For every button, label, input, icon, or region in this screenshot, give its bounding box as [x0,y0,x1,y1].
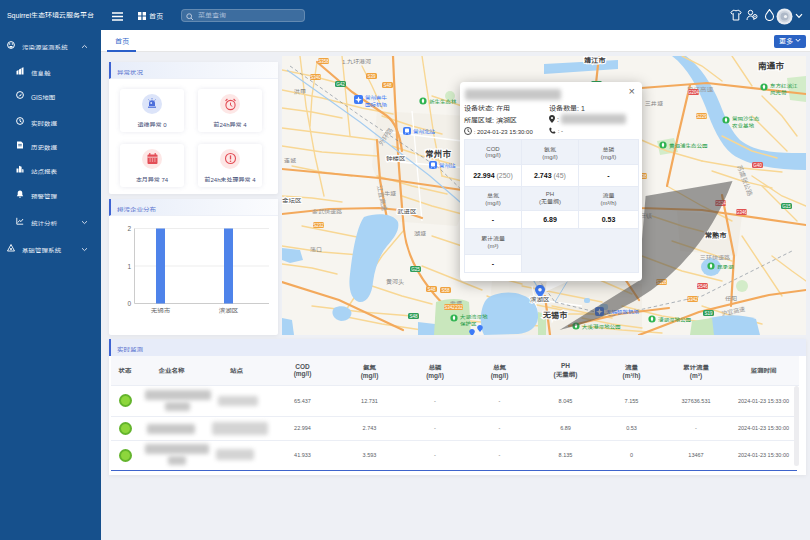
svg-text:常阴沙生态: 常阴沙生态 [732,116,760,122]
svg-text:常州市: 常州市 [425,149,452,159]
svg-text:2: 2 [127,225,131,232]
svg-text:钟楼区: 钟楼区 [386,155,406,162]
svg-text:东方红滨江: 东方红滨江 [770,83,798,89]
svg-text:靖江市: 靖江市 [584,56,606,64]
svg-text:S340: S340 [310,75,321,80]
svg-text:金武快速路: 金武快速路 [311,208,342,215]
svg-text:S39: S39 [367,74,376,79]
svg-text:S48: S48 [383,83,392,88]
svg-text:S342: S342 [687,297,698,302]
svg-text:牛塘: 牛塘 [384,190,396,197]
svg-text:大湖湾湿地: 大湖湾湿地 [460,314,488,320]
svg-text:黄河头: 黄河头 [386,278,404,285]
svg-text:常州奔牛: 常州奔牛 [365,94,388,101]
svg-text:G15: G15 [782,204,791,209]
svg-text:三环快速路: 三环快速路 [700,254,730,261]
svg-text:S58: S58 [441,288,450,293]
svg-text:保护区: 保护区 [460,321,477,327]
svg-text:武进区: 武进区 [397,208,417,215]
svg-text:1.九圩港河: 1.九圩港河 [342,58,371,65]
svg-text:S232: S232 [313,223,324,228]
svg-text:昆承湖: 昆承湖 [717,264,734,270]
svg-text:S48: S48 [409,314,418,319]
svg-text:大溪港湿地公园: 大溪港湿地公园 [582,324,621,330]
svg-text:G42: G42 [336,82,345,87]
svg-text:S19: S19 [704,311,713,316]
svg-text:G346: G346 [736,210,748,215]
svg-text:滨湖区: 滨湖区 [530,296,550,303]
svg-text:S229: S229 [696,114,707,119]
svg-text:湖塘: 湖塘 [414,230,426,237]
svg-text:无锡市: 无锡市 [151,307,171,314]
svg-text:三井塘: 三井塘 [645,100,663,107]
svg-text:常州站: 常州站 [439,162,456,169]
svg-text:G40: G40 [753,163,762,168]
svg-text:南通市: 南通市 [758,61,785,71]
svg-text:风光带: 风光带 [770,90,787,96]
svg-text:洪甲: 洪甲 [294,89,306,95]
svg-text:滨湖区: 滨湖区 [219,307,239,314]
svg-text:黄泗浦生态公园: 黄泗浦生态公园 [669,143,708,149]
svg-text:S342: S342 [444,305,455,310]
svg-text:常熟市: 常熟市 [705,231,727,239]
svg-text:漕湖湿地公园: 漕湖湿地公园 [658,317,692,323]
svg-text:无锡市: 无锡市 [542,310,568,320]
svg-text:S358: S358 [318,59,329,64]
svg-text:1: 1 [127,263,131,270]
svg-text:荡口: 荡口 [310,247,322,253]
svg-text:国际机场: 国际机场 [365,102,388,108]
svg-text:G204: G204 [688,90,700,95]
svg-text:农业基地: 农业基地 [732,123,755,129]
svg-text:S48: S48 [427,287,436,292]
svg-text:连城: 连城 [284,157,296,164]
svg-text:新生生态林: 新生生态林 [429,99,457,105]
svg-text:任阳: 任阳 [725,295,737,302]
svg-text:S546: S546 [697,284,708,289]
svg-text:G25: G25 [411,267,420,272]
svg-text:0: 0 [127,300,131,307]
svg-text:金坛区: 金坛区 [282,197,302,204]
svg-text:常州北站: 常州北站 [413,128,436,135]
